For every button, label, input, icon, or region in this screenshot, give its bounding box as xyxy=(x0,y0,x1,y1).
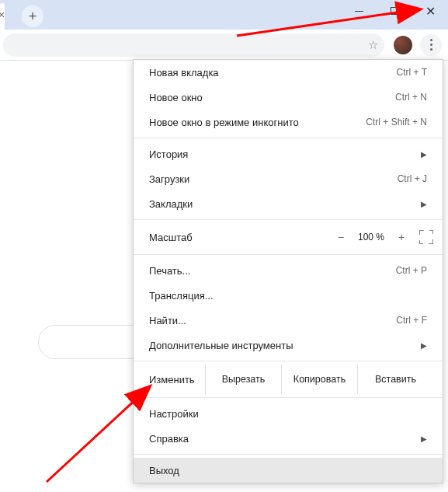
address-bar[interactable]: ☆ xyxy=(3,33,384,57)
menu-shortcut: Ctrl + N xyxy=(395,92,427,103)
window-controls: ✕ xyxy=(341,0,448,22)
zoom-in-button[interactable]: + xyxy=(391,231,412,243)
titlebar: × + ✕ xyxy=(0,0,448,30)
submenu-arrow-icon: ▶ xyxy=(421,341,427,350)
menu-separator xyxy=(134,397,443,398)
menu-separator xyxy=(134,138,443,138)
zoom-value: 100 % xyxy=(351,232,391,243)
menu-exit[interactable]: Выход xyxy=(134,458,443,483)
menu-label: Загрузки xyxy=(149,173,189,185)
submenu-arrow-icon: ▶ xyxy=(421,200,427,208)
menu-print[interactable]: Печать... Ctrl + P xyxy=(134,258,443,283)
menu-label: Новая вкладка xyxy=(149,67,219,79)
menu-label: Новое окно в режиме инкогнито xyxy=(149,117,299,128)
toolbar: ☆ xyxy=(0,30,448,61)
menu-label: Справка xyxy=(149,433,189,445)
menu-label: Закладки xyxy=(149,198,193,210)
edit-paste-button[interactable]: Вставить xyxy=(357,365,433,394)
fullscreen-icon[interactable] xyxy=(419,230,433,244)
menu-label: Выход xyxy=(149,465,179,476)
bookmark-star-icon[interactable]: ☆ xyxy=(368,38,378,52)
menu-zoom: Масштаб − 100 % + xyxy=(134,223,443,251)
zoom-out-button[interactable]: − xyxy=(331,231,351,243)
maximize-button[interactable] xyxy=(377,0,412,22)
menu-new-tab[interactable]: Новая вкладка Ctrl + T xyxy=(134,60,443,85)
menu-separator xyxy=(134,254,443,255)
tab-close-icon[interactable]: × xyxy=(0,9,8,22)
menu-shortcut: Ctrl + F xyxy=(396,315,427,326)
menu-shortcut: Ctrl + P xyxy=(396,265,427,276)
profile-avatar[interactable] xyxy=(394,36,412,54)
menu-label: Трансляция... xyxy=(149,290,214,302)
menu-incognito[interactable]: Новое окно в режиме инкогнито Ctrl + Shi… xyxy=(134,110,443,134)
menu-label: Настройки xyxy=(149,408,199,420)
minimize-button[interactable] xyxy=(341,0,377,22)
kebab-icon xyxy=(430,39,432,51)
edit-cut-button[interactable]: Вырезать xyxy=(205,365,281,394)
close-window-button[interactable]: ✕ xyxy=(412,0,448,22)
menu-shortcut: Ctrl + J xyxy=(398,173,427,184)
main-menu: Новая вкладка Ctrl + T Новое окно Ctrl +… xyxy=(133,59,443,483)
menu-label: Печать... xyxy=(149,265,190,277)
menu-button[interactable] xyxy=(420,34,442,56)
edit-copy-button[interactable]: Копировать xyxy=(281,365,357,394)
menu-separator xyxy=(134,219,443,220)
menu-bookmarks[interactable]: Закладки ▶ xyxy=(134,191,443,216)
submenu-arrow-icon: ▶ xyxy=(421,150,427,159)
menu-new-window[interactable]: Новое окно Ctrl + N xyxy=(134,85,443,110)
menu-help[interactable]: Справка ▶ xyxy=(134,426,443,451)
menu-label: Новое окно xyxy=(149,92,203,103)
browser-tab[interactable]: × xyxy=(0,3,5,30)
menu-label: Изменить xyxy=(149,374,205,386)
menu-label: Дополнительные инструменты xyxy=(149,340,293,351)
menu-history[interactable]: История ▶ xyxy=(134,141,443,166)
menu-separator xyxy=(134,361,443,361)
menu-label: Масштаб xyxy=(149,232,331,243)
menu-cast[interactable]: Трансляция... xyxy=(134,283,443,308)
menu-label: История xyxy=(149,148,188,160)
menu-label: Найти... xyxy=(149,315,186,326)
menu-shortcut: Ctrl + Shift + N xyxy=(366,117,427,127)
menu-separator xyxy=(134,454,443,455)
menu-more-tools[interactable]: Дополнительные инструменты ▶ xyxy=(134,333,443,358)
submenu-arrow-icon: ▶ xyxy=(421,434,427,443)
menu-downloads[interactable]: Загрузки Ctrl + J xyxy=(134,166,443,191)
menu-shortcut: Ctrl + T xyxy=(397,67,427,78)
menu-settings[interactable]: Настройки xyxy=(134,401,443,426)
new-tab-button[interactable]: + xyxy=(22,5,43,27)
menu-edit-row: Изменить Вырезать Копировать Вставить xyxy=(134,365,443,394)
menu-find[interactable]: Найти... Ctrl + F xyxy=(134,308,443,333)
